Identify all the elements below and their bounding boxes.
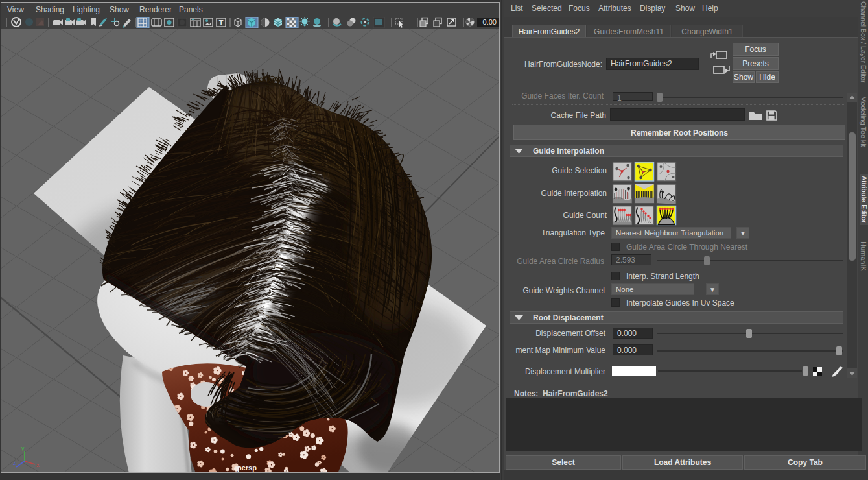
svg-text:T: T [219, 19, 224, 27]
svg-text:x: x [36, 462, 40, 468]
svg-text:y: y [21, 445, 25, 451]
svg-text:0.00: 0.00 [483, 18, 497, 26]
svg-text:persp: persp [237, 464, 257, 472]
svg-text:z: z [13, 460, 16, 466]
